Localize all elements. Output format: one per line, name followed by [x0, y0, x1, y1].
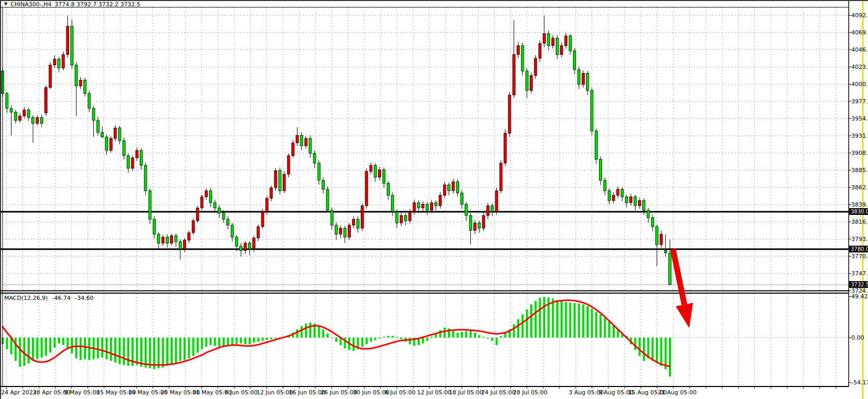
- macd-bar: [652, 337, 654, 361]
- macd-bar: [205, 337, 207, 347]
- candle-body: [304, 138, 307, 146]
- price-level-tag: 3732.5: [849, 281, 868, 288]
- candle-body: [543, 33, 545, 43]
- price-axis-label: 3908.5: [851, 150, 868, 156]
- candle-body: [604, 180, 606, 191]
- macd-bar: [49, 337, 51, 353]
- arrow-head: [676, 303, 693, 328]
- candle-body: [456, 182, 459, 194]
- candle-body: [114, 128, 117, 138]
- macd-bar: [149, 337, 151, 368]
- candle-body: [499, 163, 502, 191]
- candle-body: [517, 45, 520, 54]
- candle-body: [647, 210, 650, 217]
- macd-bar: [326, 333, 328, 337]
- time-axis-label: 28 Jul 05:00: [513, 389, 547, 396]
- macd-bar: [19, 337, 21, 367]
- candle-body: [465, 204, 468, 216]
- macd-bar: [157, 337, 160, 368]
- price-axis-label: 3747.5: [851, 270, 868, 277]
- candle-body: [357, 219, 359, 228]
- price-axis-label: 4069.5: [851, 29, 868, 36]
- candle-body: [149, 191, 151, 220]
- macd-bar: [643, 337, 645, 361]
- macd-bar: [270, 337, 272, 339]
- macd-bar: [452, 331, 454, 338]
- candle-body: [504, 133, 507, 163]
- candle-body: [287, 155, 290, 174]
- macd-bar: [513, 324, 515, 337]
- macd-bar: [62, 337, 64, 345]
- macd-bar: [244, 337, 246, 344]
- macd-bar: [162, 337, 164, 367]
- macd-bar: [28, 337, 30, 363]
- candle-body: [539, 43, 541, 58]
- macd-bar: [218, 337, 221, 347]
- chart-plot-area[interactable]: [0, 0, 868, 399]
- candle-body: [45, 88, 47, 113]
- candle-body: [621, 189, 624, 197]
- macd-bar: [600, 315, 602, 338]
- macd-bar: [365, 337, 368, 344]
- candle-body: [79, 80, 82, 86]
- candle-body: [669, 253, 671, 285]
- candle-body: [49, 65, 52, 88]
- candle-body: [66, 26, 69, 55]
- candle-body: [179, 241, 181, 249]
- candle-body: [313, 153, 316, 163]
- price-level-tag: 3780.0: [849, 246, 868, 252]
- time-axis-label: 6 Jul 05:00: [385, 389, 415, 396]
- candle-body: [439, 195, 442, 205]
- macd-bar: [370, 337, 372, 342]
- macd-bar: [422, 337, 424, 343]
- price-axis-label: 3839.5: [851, 201, 868, 208]
- macd-bar: [36, 337, 38, 359]
- candle-body: [266, 198, 268, 212]
- time-axis-label: 24 Apr 2023: [1, 389, 36, 396]
- macd-bar: [439, 330, 441, 337]
- macd-bar: [552, 298, 554, 337]
- macd-bar: [32, 337, 34, 361]
- macd-bar: [383, 337, 385, 338]
- macd-bar: [431, 337, 433, 338]
- candle-body: [573, 51, 576, 69]
- macd-bar: [478, 335, 480, 338]
- macd-bar: [569, 303, 571, 337]
- price-axis-label: 4023.5: [851, 64, 868, 70]
- macd-bar: [110, 337, 112, 361]
- candle-body: [322, 180, 325, 189]
- candle-body: [144, 165, 147, 191]
- price-axis-label: 4000.5: [851, 81, 868, 88]
- macd-bar: [6, 337, 8, 349]
- macd-bar: [45, 337, 47, 356]
- candle-body: [175, 236, 177, 241]
- candle-body: [27, 110, 30, 117]
- macd-bar: [88, 337, 90, 360]
- macd-bar: [487, 337, 489, 338]
- macd-bar: [565, 302, 567, 337]
- candle-body: [630, 197, 632, 202]
- macd-bar: [101, 337, 103, 357]
- price-axis-label: 3931.5: [851, 132, 868, 139]
- macd-bar: [517, 319, 519, 337]
- macd-bar: [582, 305, 584, 338]
- mt4-chart-window: ▼ CHINA300-,H4 3774.8 3792.7 3732.2 3732…: [0, 0, 868, 399]
- macd-bar: [257, 337, 259, 342]
- macd-bar: [526, 309, 528, 337]
- candle-body: [348, 225, 350, 237]
- candle-body: [525, 71, 528, 90]
- candle-body: [417, 203, 420, 208]
- price-axis-label: 3770.5: [851, 253, 868, 260]
- candle-body: [634, 197, 637, 205]
- down-arrow-annotation[interactable]: [673, 249, 693, 328]
- candle-body: [140, 150, 142, 165]
- symbol-dropdown-icon[interactable]: ▼: [4, 2, 7, 7]
- candle-body: [6, 93, 8, 108]
- candle-body: [378, 170, 381, 177]
- macd-bar: [236, 337, 238, 344]
- macd-bar: [608, 322, 610, 337]
- candle-body: [291, 143, 294, 155]
- candle-body: [53, 59, 56, 65]
- candle-body: [162, 237, 164, 243]
- candle-body: [240, 246, 242, 251]
